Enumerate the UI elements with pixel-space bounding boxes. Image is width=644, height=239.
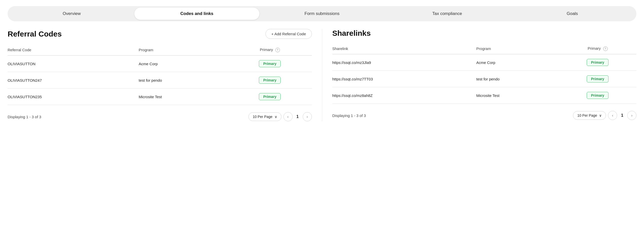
referral-codes-header: Referral Codes + Add Referral Code xyxy=(8,29,312,39)
sharelinks-per-page-select[interactable]: 10 Per Page ∨ xyxy=(573,111,606,120)
add-referral-code-button[interactable]: + Add Referral Code xyxy=(265,29,312,39)
per-page-label: 10 Per Page xyxy=(253,115,273,119)
referral-codes-prev-page-button[interactable]: ‹ xyxy=(283,112,293,121)
table-row: https://ssqt.co/mz3Jla9 Acme Corp Primar… xyxy=(332,54,637,71)
primary-cell: Primary xyxy=(228,89,312,105)
tab-form-submissions[interactable]: Form submissions xyxy=(259,8,385,20)
table-row: OLIVIASUTTON Acme Corp Primary xyxy=(8,56,312,72)
sharelinks-prev-page-button[interactable]: ‹ xyxy=(608,111,617,120)
referral-codes-section: Referral Codes + Add Referral Code Refer… xyxy=(8,29,322,121)
sharelinks-pagination: Displaying 1 - 3 of 3 10 Per Page ∨ ‹ 1 … xyxy=(332,111,637,120)
col-header-sharelink: Sharelink xyxy=(332,44,476,54)
program-cell: Microsite Test xyxy=(139,89,228,105)
referral-codes-pagination: Displaying 1 - 3 of 3 10 Per Page ∨ ‹ 1 … xyxy=(8,112,312,121)
sharelinks-header: Sharelinks xyxy=(332,29,637,38)
table-row: https://ssqt.co/mz8ah8Z Microsite Test P… xyxy=(332,87,637,104)
referral-codes-page-number: 1 xyxy=(295,114,301,119)
primary-badge: Primary xyxy=(259,60,281,67)
table-row: https://ssqt.co/mz7TT03 test for pendo P… xyxy=(332,71,637,87)
referral-codes-per-page-select[interactable]: 10 Per Page ∨ xyxy=(248,112,281,121)
sharelink-primary-help-icon[interactable]: ? xyxy=(603,46,608,51)
tab-bar: Overview Codes and links Form submission… xyxy=(8,6,636,21)
per-page-chevron-icon: ∨ xyxy=(275,115,277,119)
tab-goals[interactable]: Goals xyxy=(510,8,635,20)
sharelinks-pagination-controls: 10 Per Page ∨ ‹ 1 › xyxy=(573,111,636,120)
table-row: OLIVIASUTTON235 Microsite Test Primary xyxy=(8,89,312,105)
sharelinks-next-page-button[interactable]: › xyxy=(627,111,636,120)
primary-cell: Primary xyxy=(228,72,312,89)
col-header-primary: Primary ? xyxy=(228,45,312,56)
sharelink-primary-cell: Primary xyxy=(559,54,636,71)
tab-tax-compliance[interactable]: Tax compliance xyxy=(385,8,510,20)
sharelinks-display-count: Displaying 1 - 3 of 3 xyxy=(332,113,366,118)
referral-codes-display-count: Displaying 1 - 3 of 3 xyxy=(8,115,41,119)
tab-overview[interactable]: Overview xyxy=(9,8,134,20)
sharelink-primary-badge: Primary xyxy=(587,59,609,66)
sharelinks-section: Sharelinks Sharelink Program Primary ? h… xyxy=(322,29,637,121)
sharelink-cell: https://ssqt.co/mz3Jla9 xyxy=(332,54,476,71)
sharelinks-table: Sharelink Program Primary ? https://ssqt… xyxy=(332,44,637,104)
primary-cell: Primary xyxy=(228,56,312,72)
referral-code-cell: OLIVIASUTTON247 xyxy=(8,72,139,89)
program-cell: Acme Corp xyxy=(139,56,228,72)
sharelinks-title: Sharelinks xyxy=(332,29,371,38)
sharelink-primary-cell: Primary xyxy=(559,87,636,104)
program-cell: test for pendo xyxy=(139,72,228,89)
referral-codes-pagination-controls: 10 Per Page ∨ ‹ 1 › xyxy=(248,112,312,121)
col-header-sharelink-primary: Primary ? xyxy=(559,44,636,54)
sharelink-primary-badge: Primary xyxy=(587,92,609,99)
sharelink-primary-cell: Primary xyxy=(559,71,636,87)
referral-codes-table: Referral Code Program Primary ? OLIVIASU… xyxy=(8,45,312,105)
referral-code-cell: OLIVIASUTTON xyxy=(8,56,139,72)
sharelink-primary-badge: Primary xyxy=(587,75,609,82)
col-header-referral-code: Referral Code xyxy=(8,45,139,56)
col-header-sharelink-program: Program xyxy=(476,44,559,54)
sharelink-program-cell: Acme Corp xyxy=(476,54,559,71)
sharelink-program-cell: test for pendo xyxy=(476,71,559,87)
primary-badge: Primary xyxy=(259,93,281,100)
sharelink-cell: https://ssqt.co/mz8ah8Z xyxy=(332,87,476,104)
referral-code-cell: OLIVIASUTTON235 xyxy=(8,89,139,105)
primary-badge: Primary xyxy=(259,77,281,84)
primary-help-icon[interactable]: ? xyxy=(275,48,280,52)
tab-codes-and-links[interactable]: Codes and links xyxy=(134,8,260,20)
sharelink-cell: https://ssqt.co/mz7TT03 xyxy=(332,71,476,87)
sharelinks-page-number: 1 xyxy=(619,113,625,118)
sharelink-program-cell: Microsite Test xyxy=(476,87,559,104)
col-header-program: Program xyxy=(139,45,228,56)
sharelinks-per-page-chevron-icon: ∨ xyxy=(599,113,602,117)
table-row: OLIVIASUTTON247 test for pendo Primary xyxy=(8,72,312,89)
referral-codes-next-page-button[interactable]: › xyxy=(303,112,312,121)
main-content: Referral Codes + Add Referral Code Refer… xyxy=(0,29,644,121)
referral-codes-title: Referral Codes xyxy=(8,30,62,38)
sharelinks-per-page-label: 10 Per Page xyxy=(577,113,597,117)
